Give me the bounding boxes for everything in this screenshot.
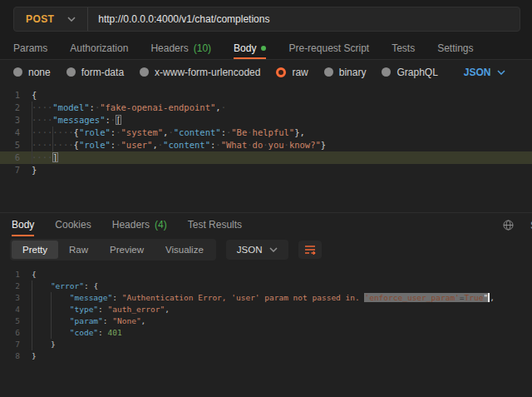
code-line[interactable]: 3 "message": "Authentication Error, 'use… bbox=[0, 292, 532, 304]
code-token: helpful" bbox=[253, 127, 295, 137]
request-language-dropdown[interactable]: JSON bbox=[464, 67, 505, 78]
code-token: you bbox=[268, 140, 284, 150]
code-token: }, bbox=[294, 127, 305, 137]
method-dropdown[interactable]: POST bbox=[14, 7, 87, 31]
wrap-lines-button[interactable] bbox=[298, 241, 322, 259]
tab-authorization[interactable]: Authorization bbox=[70, 37, 128, 59]
line-number: 5 bbox=[0, 139, 32, 151]
view-preview-button[interactable]: Preview bbox=[99, 241, 155, 259]
code-token: ···· bbox=[32, 115, 52, 125]
indent-guide bbox=[32, 102, 32, 114]
code-token: "Be bbox=[231, 127, 247, 137]
view-raw-button[interactable]: Raw bbox=[58, 241, 99, 259]
code-line[interactable]: 4 "type": "auth_error", bbox=[0, 304, 532, 315]
code-token: } bbox=[32, 165, 37, 175]
response-body-editor[interactable]: 1{2 "error": {3 "message": "Authenticati… bbox=[0, 265, 532, 397]
code-token: 'enforce_user_param' bbox=[364, 293, 459, 302]
code-token: "content" bbox=[163, 140, 210, 150]
tab-settings[interactable]: Settings bbox=[437, 37, 473, 59]
radio-none[interactable]: none bbox=[13, 67, 51, 78]
line-number: 1 bbox=[0, 269, 32, 280]
response-tabs: Body Cookies Headers (4) Test Results S bbox=[0, 212, 532, 236]
chevron-down-icon bbox=[497, 70, 505, 75]
code-token: { bbox=[32, 270, 37, 279]
line-number: 4 bbox=[0, 304, 32, 315]
line-number: 7 bbox=[0, 339, 32, 350]
request-body-editor[interactable]: 1{2····"model":·"fake-openai-endpoint",·… bbox=[0, 84, 532, 212]
indent-guide bbox=[32, 280, 32, 292]
code-token: , bbox=[165, 305, 170, 314]
tab-tests[interactable]: Tests bbox=[392, 37, 415, 59]
code-token: "What bbox=[221, 140, 248, 150]
code-token bbox=[32, 281, 51, 290]
indent-guide bbox=[32, 315, 32, 327]
view-visualize-button[interactable]: Visualize bbox=[155, 241, 214, 259]
code-line[interactable]: 1{ bbox=[0, 89, 532, 102]
line-number: 8 bbox=[0, 350, 32, 362]
code-line[interactable]: 6 "code": 401 bbox=[0, 327, 532, 339]
radio-graphql[interactable]: GraphQL bbox=[382, 67, 437, 78]
line-number: 6 bbox=[0, 327, 32, 339]
tab-body[interactable]: Body bbox=[234, 37, 266, 59]
tab-params[interactable]: Params bbox=[13, 37, 47, 59]
body-modified-dot-icon bbox=[261, 46, 266, 51]
code-token: , bbox=[490, 293, 495, 302]
radio-raw[interactable]: raw bbox=[276, 67, 308, 78]
code-token: True bbox=[465, 293, 484, 302]
view-pretty-button[interactable]: Pretty bbox=[12, 241, 58, 259]
indent-guide bbox=[32, 151, 32, 164]
code-line[interactable]: 5········{"role":·"user",·"content":·"Wh… bbox=[0, 139, 532, 151]
request-url-row: POST bbox=[0, 0, 532, 37]
radio-form-data[interactable]: form-data bbox=[66, 67, 124, 78]
code-token: "model" bbox=[52, 102, 89, 112]
response-language-dropdown[interactable]: JSON bbox=[226, 240, 289, 260]
line-number: 2 bbox=[0, 102, 32, 114]
chevron-down-icon bbox=[269, 247, 278, 252]
code-token: "Authentication Error, 'user' param not … bbox=[122, 293, 360, 302]
radio-icon bbox=[382, 67, 391, 77]
response-tab-test-results[interactable]: Test Results bbox=[188, 213, 242, 236]
globe-icon[interactable] bbox=[503, 220, 514, 231]
line-number: 1 bbox=[0, 89, 32, 102]
code-line[interactable]: 8} bbox=[0, 350, 532, 362]
code-token: do bbox=[253, 140, 264, 150]
radio-icon bbox=[13, 67, 22, 77]
radio-icon bbox=[66, 67, 76, 77]
code-token: ] bbox=[52, 152, 57, 162]
code-line[interactable]: 6····] bbox=[0, 151, 532, 164]
radio-binary[interactable]: binary bbox=[324, 67, 367, 78]
indent-guide bbox=[32, 304, 32, 315]
code-line[interactable]: 1{ bbox=[0, 269, 532, 280]
url-input[interactable] bbox=[88, 13, 520, 25]
code-line[interactable]: 7 } bbox=[0, 339, 532, 350]
chevron-down-icon bbox=[67, 17, 76, 22]
indent-guide bbox=[51, 292, 52, 304]
response-tab-cookies[interactable]: Cookies bbox=[55, 213, 91, 236]
response-tab-headers[interactable]: Headers (4) bbox=[112, 213, 167, 236]
code-token: "error" bbox=[51, 281, 84, 290]
code-line[interactable]: 7} bbox=[0, 164, 532, 176]
code-line[interactable]: 4········{"role":·"system",·"content":·"… bbox=[0, 127, 532, 139]
code-token: · bbox=[221, 102, 226, 112]
code-token: , bbox=[141, 316, 146, 325]
code-token: know?" bbox=[289, 140, 321, 150]
code-token: "messages" bbox=[52, 115, 105, 125]
code-token: "user" bbox=[121, 140, 153, 150]
code-token: = bbox=[460, 293, 465, 302]
radio-x-www-form-urlencoded[interactable]: x-www-form-urlencoded bbox=[140, 67, 260, 78]
code-token: "param" bbox=[70, 316, 103, 325]
tab-headers[interactable]: Headers (10) bbox=[150, 37, 211, 59]
code-token: "role" bbox=[79, 140, 111, 150]
tab-pre-request-script[interactable]: Pre-request Script bbox=[288, 37, 369, 59]
request-url-bar: POST bbox=[13, 7, 520, 32]
code-line[interactable]: 5 "param": "None", bbox=[0, 315, 532, 327]
indent-guide bbox=[52, 139, 53, 151]
code-token: 401 bbox=[108, 328, 122, 337]
code-line[interactable]: 2 "error": { bbox=[0, 280, 532, 292]
response-tab-body[interactable]: Body bbox=[12, 213, 34, 236]
code-line[interactable]: 3····"messages":·[ bbox=[0, 114, 532, 127]
indent-guide bbox=[51, 315, 52, 327]
body-type-options: none form-data x-www-form-urlencoded raw… bbox=[0, 60, 532, 84]
wrap-lines-icon bbox=[304, 245, 316, 255]
code-line[interactable]: 2····"model":·"fake-openai-endpoint",· bbox=[0, 102, 532, 114]
